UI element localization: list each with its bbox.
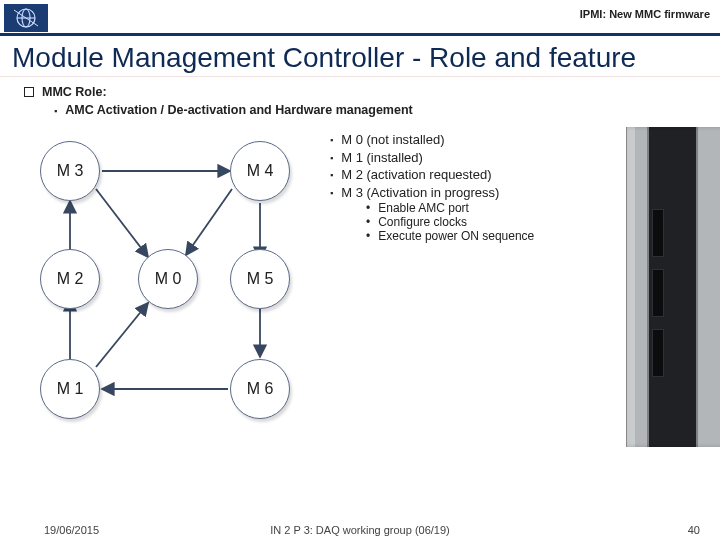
org-logo: [4, 4, 48, 32]
subrole-bullet: AMC Activation / De-activation and Hardw…: [54, 103, 696, 119]
node-m6: M 6: [230, 359, 290, 419]
state-list: M 0 (not installed) M 1 (installed) M 2 …: [330, 131, 534, 243]
node-m0: M 0: [138, 249, 198, 309]
svg-line-12: [186, 189, 232, 255]
chassis-illustration: [626, 127, 720, 447]
substate-item: Configure clocks: [366, 215, 534, 229]
diagram-area: M 3 M 4 M 2 M 0 M 5 M 1 M 6 M 0 (not ins…: [0, 119, 720, 459]
card-slot: [652, 269, 664, 317]
substate-item: Execute power ON sequence: [366, 229, 534, 243]
node-m2: M 2: [40, 249, 100, 309]
page-title: Module Management Controller - Role and …: [0, 36, 720, 77]
role-label: MMC Role:: [42, 85, 107, 99]
slide: IPMI: New MMC firmware Module Management…: [0, 0, 720, 540]
state-item: M 3 (Activation in progress): [330, 184, 534, 202]
node-m5: M 5: [230, 249, 290, 309]
node-m1: M 1: [40, 359, 100, 419]
footer: 19/06/2015 IN 2 P 3: DAQ working group (…: [0, 524, 720, 536]
header-bar: IPMI: New MMC firmware: [0, 0, 720, 36]
state-item: M 2 (activation requested): [330, 166, 534, 184]
subrole-label: AMC Activation / De-activation and Hardw…: [65, 103, 413, 119]
substate-item: Enable AMC port: [366, 201, 534, 215]
checkbox-empty-icon: [24, 87, 34, 97]
svg-line-11: [96, 303, 148, 367]
node-m3: M 3: [40, 141, 100, 201]
state-item: M 1 (installed): [330, 149, 534, 167]
hardware-image: [622, 119, 720, 455]
card-slot: [652, 209, 664, 257]
breadcrumb: IPMI: New MMC firmware: [580, 8, 710, 20]
node-m4: M 4: [230, 141, 290, 201]
role-bullet: MMC Role:: [24, 85, 696, 99]
substate-list: Enable AMC port Configure clocks Execute…: [366, 201, 534, 243]
svg-line-10: [96, 189, 148, 257]
globe-icon: [13, 7, 39, 29]
state-item: M 0 (not installed): [330, 131, 534, 149]
role-section: MMC Role: AMC Activation / De-activation…: [0, 77, 720, 119]
footer-center: IN 2 P 3: DAQ working group (06/19): [0, 524, 720, 536]
card-slot: [652, 329, 664, 377]
